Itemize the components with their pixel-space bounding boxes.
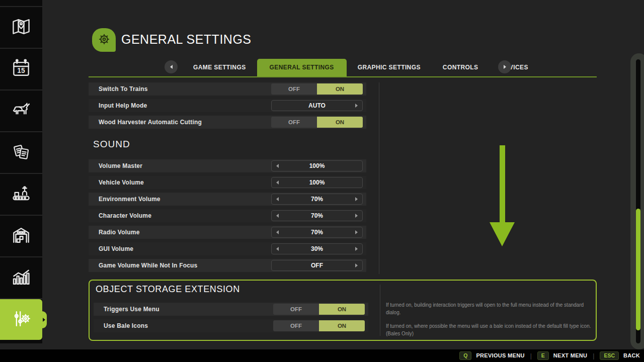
active-tab-caret-icon (43, 318, 45, 322)
setting-label: Input Help Mode (89, 102, 271, 109)
sidebar-item-animals[interactable] (0, 90, 42, 132)
stepper-left-icon[interactable] (276, 197, 279, 201)
tab-underline (89, 76, 597, 77)
volume-master-stepper[interactable]: 100% (271, 160, 363, 171)
hint-separator: | (530, 352, 532, 359)
setting-label: Vehicle Volume (89, 179, 271, 186)
toggle-on[interactable]: ON (317, 117, 363, 128)
setting-row-gui-volume: GUI Volume 30% (89, 242, 366, 255)
key-esc: ESC (600, 351, 619, 360)
tab-general-settings[interactable]: GENERAL SETTINGS (257, 59, 347, 76)
sidebar-item-production[interactable] (0, 174, 42, 216)
stepper-right-icon[interactable] (355, 247, 358, 251)
tab-controls[interactable]: CONTROLS (432, 59, 490, 76)
footer-bar: Q PREVIOUS MENU | E NEXT MENU | ESC BACK (0, 349, 644, 362)
sidebar-item-statistics[interactable] (0, 257, 42, 299)
ose-description-triggers: If turned on, building interaction trigg… (386, 302, 591, 316)
documents-icon (10, 141, 32, 165)
tab-devices[interactable]: DEVICES (489, 59, 539, 76)
stepper-left-icon[interactable] (276, 214, 279, 218)
toggle-on[interactable]: ON (319, 320, 365, 331)
stepper-left-icon[interactable] (276, 164, 279, 168)
stepper-left-icon[interactable] (276, 230, 279, 234)
stepper-left-icon[interactable] (276, 247, 279, 251)
ose-divider (380, 285, 380, 336)
setting-label: Volume Master (89, 162, 271, 169)
setting-row-character-volume: Character Volume 70% (89, 209, 366, 222)
stepper-right-icon[interactable] (355, 104, 358, 108)
stepper-value: 100% (309, 179, 325, 186)
object-storage-extension-section: OBJECT STORAGE EXTENSION Triggers Use Me… (89, 280, 597, 341)
stepper-right-icon[interactable] (355, 263, 358, 267)
toggle-on[interactable]: ON (317, 83, 363, 95)
warehouse-icon (10, 224, 32, 248)
page-icon-badge (92, 28, 116, 52)
sidebar-item-storage[interactable] (0, 216, 42, 257)
toggle-off[interactable]: OFF (273, 320, 319, 331)
radio-volume-stepper[interactable]: 70% (271, 227, 363, 238)
setting-label: Switch To Trains (89, 85, 271, 93)
setting-row-triggers-use-menu: Triggers Use Menu OFF ON (94, 303, 368, 316)
ose-description-bales: If turned on, where possible the menu wi… (386, 323, 591, 337)
sidebar-item-map[interactable] (0, 7, 42, 49)
stepper-left-icon[interactable] (276, 180, 279, 185)
hint-label: NEXT MENU (553, 352, 587, 358)
setting-row-wood-harvester: Wood Harvester Automatic Cutting OFF ON (89, 116, 366, 129)
setting-label: Game Volume While Not In Focus (89, 262, 271, 269)
sidebar-spacer (0, 0, 42, 7)
toggle-on[interactable]: ON (319, 304, 365, 315)
setting-row-game-volume-focus: Game Volume While Not In Focus OFF (89, 259, 366, 272)
cow-icon (10, 99, 32, 123)
stepper-right-icon[interactable] (355, 197, 358, 201)
setting-row-radio-volume: Radio Volume 70% (89, 226, 366, 239)
toggle-off[interactable]: OFF (271, 117, 317, 128)
wood-harvester-toggle[interactable]: OFF ON (271, 117, 363, 128)
setting-label: Use Bale Icons (94, 322, 273, 329)
character-volume-stepper[interactable]: 70% (271, 210, 363, 221)
stepper-value: 30% (311, 245, 323, 252)
tabs-prev-button[interactable] (165, 60, 178, 73)
gui-volume-stepper[interactable]: 30% (271, 243, 363, 254)
stepper-value: 70% (311, 196, 323, 203)
ose-section-heading: OBJECT STORAGE EXTENSION (96, 284, 240, 295)
switch-to-trains-toggle[interactable]: OFF ON (271, 83, 363, 95)
scroll-down-arrow-icon (489, 143, 516, 248)
settings-icon (10, 308, 32, 332)
stepper-right-icon[interactable] (355, 230, 358, 234)
toggle-off[interactable]: OFF (273, 304, 319, 315)
sidebar-item-settings[interactable] (0, 299, 42, 340)
sidebar-item-contracts[interactable] (0, 132, 42, 174)
sidebar-item-calendar[interactable]: 15 (0, 49, 42, 90)
setting-label: Environment Volume (89, 196, 271, 203)
key-e: E (537, 351, 549, 360)
ose-settings-list: Triggers Use Menu OFF ON Use Bale Icons … (94, 303, 368, 336)
hint-label: BACK (623, 352, 640, 358)
svg-text:15: 15 (17, 67, 25, 74)
gear-icon (96, 31, 112, 49)
tab-game-settings[interactable]: GAME SETTINGS (182, 59, 257, 76)
vehicle-volume-stepper[interactable]: 100% (271, 177, 363, 188)
sidebar: 15 (0, 0, 42, 343)
key-q: Q (459, 351, 471, 360)
tabs-next-button[interactable] (498, 60, 511, 73)
setting-label: Character Volume (89, 212, 271, 219)
chevron-left-icon (170, 65, 173, 69)
environment-volume-stepper[interactable]: 70% (271, 194, 363, 205)
toggle-off[interactable]: OFF (271, 83, 317, 95)
general-settings-list: Switch To Trains OFF ON Input Help Mode … (89, 82, 366, 132)
tab-graphic-settings[interactable]: GRAPHIC SETTINGS (347, 59, 432, 76)
scrollbar-thumb[interactable] (636, 209, 640, 330)
use-bale-icons-toggle[interactable]: OFF ON (273, 320, 365, 331)
page-title: GENERAL SETTINGS (121, 32, 252, 47)
calendar-icon: 15 (10, 57, 32, 81)
content-divider (379, 82, 379, 274)
input-help-mode-stepper[interactable]: AUTO (271, 100, 363, 111)
game-volume-focus-stepper[interactable]: OFF (271, 260, 363, 271)
triggers-use-menu-toggle[interactable]: OFF ON (273, 304, 365, 315)
tab-bar: GAME SETTINGS GENERAL SETTINGS GRAPHIC S… (182, 59, 539, 76)
setting-row-switch-to-trains: Switch To Trains OFF ON (89, 82, 366, 96)
chevron-right-icon (504, 65, 506, 69)
sound-settings-list: Volume Master 100% Vehicle Volume 100% E… (89, 159, 366, 276)
stepper-right-icon[interactable] (355, 214, 358, 218)
setting-label: GUI Volume (89, 245, 271, 252)
